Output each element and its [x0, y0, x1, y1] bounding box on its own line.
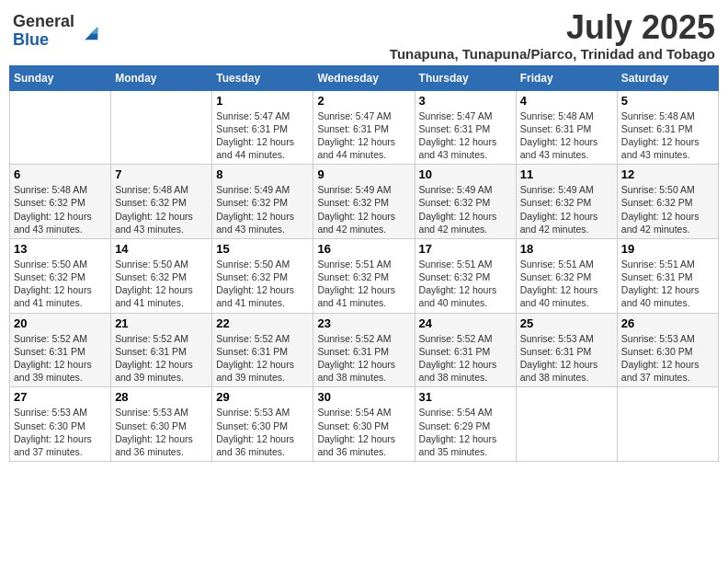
- day-info: Sunrise: 5:52 AM Sunset: 6:31 PM Dayligh…: [115, 332, 208, 385]
- calendar-cell: 14Sunrise: 5:50 AM Sunset: 6:32 PM Dayli…: [111, 238, 212, 313]
- day-number: 19: [621, 242, 714, 256]
- day-info: Sunrise: 5:49 AM Sunset: 6:32 PM Dayligh…: [216, 183, 309, 236]
- calendar-cell: 21Sunrise: 5:52 AM Sunset: 6:31 PM Dayli…: [111, 313, 212, 387]
- day-info: Sunrise: 5:51 AM Sunset: 6:32 PM Dayligh…: [317, 258, 410, 310]
- calendar-cell: [111, 90, 212, 165]
- calendar-cell: 19Sunrise: 5:51 AM Sunset: 6:31 PM Dayli…: [617, 238, 718, 313]
- calendar-cell: 26Sunrise: 5:53 AM Sunset: 6:30 PM Dayli…: [617, 313, 718, 387]
- day-number: 23: [317, 316, 410, 330]
- day-number: 16: [317, 242, 410, 256]
- calendar-cell: 24Sunrise: 5:52 AM Sunset: 6:31 PM Dayli…: [415, 313, 516, 387]
- day-number: 3: [419, 94, 512, 108]
- title-section: July 2025 Tunapuna, Tunapuna/Piarco, Tri…: [390, 9, 715, 62]
- calendar-cell: 22Sunrise: 5:52 AM Sunset: 6:31 PM Dayli…: [212, 313, 313, 387]
- day-info: Sunrise: 5:50 AM Sunset: 6:32 PM Dayligh…: [216, 258, 309, 310]
- day-number: 8: [216, 167, 309, 181]
- svg-marker-1: [90, 27, 97, 33]
- day-number: 10: [419, 167, 512, 181]
- day-header-tuesday: Tuesday: [212, 65, 313, 90]
- calendar-cell: 20Sunrise: 5:52 AM Sunset: 6:31 PM Dayli…: [10, 313, 111, 387]
- day-number: 21: [115, 316, 208, 330]
- logo-icon: [76, 18, 102, 44]
- day-number: 15: [216, 242, 309, 256]
- day-number: 27: [14, 390, 107, 404]
- header-row: SundayMondayTuesdayWednesdayThursdayFrid…: [10, 65, 719, 90]
- calendar-cell: [10, 90, 111, 165]
- calendar-cell: 25Sunrise: 5:53 AM Sunset: 6:31 PM Dayli…: [516, 313, 617, 387]
- day-info: Sunrise: 5:49 AM Sunset: 6:32 PM Dayligh…: [419, 183, 512, 236]
- day-number: 25: [520, 316, 613, 330]
- month-title: July 2025: [390, 9, 715, 46]
- day-number: 2: [317, 94, 410, 108]
- day-number: 18: [520, 242, 613, 256]
- day-header-monday: Monday: [111, 65, 212, 90]
- day-info: Sunrise: 5:52 AM Sunset: 6:31 PM Dayligh…: [317, 332, 410, 385]
- calendar-cell: 3Sunrise: 5:47 AM Sunset: 6:31 PM Daylig…: [415, 90, 516, 165]
- day-header-saturday: Saturday: [617, 65, 718, 90]
- day-info: Sunrise: 5:53 AM Sunset: 6:30 PM Dayligh…: [621, 332, 714, 385]
- calendar-cell: 16Sunrise: 5:51 AM Sunset: 6:32 PM Dayli…: [313, 238, 415, 313]
- day-number: 1: [216, 94, 309, 108]
- calendar-cell: 6Sunrise: 5:48 AM Sunset: 6:32 PM Daylig…: [10, 165, 111, 239]
- day-info: Sunrise: 5:47 AM Sunset: 6:31 PM Dayligh…: [216, 109, 309, 162]
- calendar-table: SundayMondayTuesdayWednesdayThursdayFrid…: [9, 65, 719, 462]
- logo-blue: Blue: [13, 31, 74, 50]
- day-header-wednesday: Wednesday: [313, 65, 415, 90]
- day-number: 5: [621, 94, 714, 108]
- calendar-cell: 11Sunrise: 5:49 AM Sunset: 6:32 PM Dayli…: [516, 165, 617, 239]
- week-row-4: 20Sunrise: 5:52 AM Sunset: 6:31 PM Dayli…: [10, 313, 719, 387]
- day-number: 20: [14, 316, 107, 330]
- day-info: Sunrise: 5:48 AM Sunset: 6:32 PM Dayligh…: [115, 183, 208, 236]
- calendar-cell: 12Sunrise: 5:50 AM Sunset: 6:32 PM Dayli…: [617, 165, 718, 239]
- day-number: 14: [115, 242, 208, 256]
- day-number: 9: [317, 167, 410, 181]
- calendar-cell: [617, 387, 718, 462]
- day-info: Sunrise: 5:49 AM Sunset: 6:32 PM Dayligh…: [317, 183, 410, 236]
- day-info: Sunrise: 5:53 AM Sunset: 6:31 PM Dayligh…: [520, 332, 613, 385]
- calendar-cell: 8Sunrise: 5:49 AM Sunset: 6:32 PM Daylig…: [212, 165, 313, 239]
- day-number: 7: [115, 167, 208, 181]
- day-number: 29: [216, 390, 309, 404]
- week-row-5: 27Sunrise: 5:53 AM Sunset: 6:30 PM Dayli…: [10, 387, 719, 462]
- day-number: 4: [520, 94, 613, 108]
- day-number: 6: [14, 167, 107, 181]
- day-info: Sunrise: 5:51 AM Sunset: 6:32 PM Dayligh…: [520, 258, 613, 310]
- day-number: 22: [216, 316, 309, 330]
- day-number: 17: [419, 242, 512, 256]
- calendar-cell: 18Sunrise: 5:51 AM Sunset: 6:32 PM Dayli…: [516, 238, 617, 313]
- day-number: 13: [14, 242, 107, 256]
- day-info: Sunrise: 5:53 AM Sunset: 6:30 PM Dayligh…: [216, 406, 309, 458]
- calendar-cell: 15Sunrise: 5:50 AM Sunset: 6:32 PM Dayli…: [212, 238, 313, 313]
- calendar-cell: 29Sunrise: 5:53 AM Sunset: 6:30 PM Dayli…: [212, 387, 313, 462]
- day-number: 24: [419, 316, 512, 330]
- calendar-cell: [516, 387, 617, 462]
- calendar-cell: 4Sunrise: 5:48 AM Sunset: 6:31 PM Daylig…: [516, 90, 617, 165]
- day-info: Sunrise: 5:52 AM Sunset: 6:31 PM Dayligh…: [216, 332, 309, 385]
- day-header-thursday: Thursday: [415, 65, 516, 90]
- calendar-cell: 5Sunrise: 5:48 AM Sunset: 6:31 PM Daylig…: [617, 90, 718, 165]
- calendar-cell: 17Sunrise: 5:51 AM Sunset: 6:32 PM Dayli…: [415, 238, 516, 313]
- week-row-3: 13Sunrise: 5:50 AM Sunset: 6:32 PM Dayli…: [10, 238, 719, 313]
- calendar-cell: 31Sunrise: 5:54 AM Sunset: 6:29 PM Dayli…: [415, 387, 516, 462]
- calendar-cell: 1Sunrise: 5:47 AM Sunset: 6:31 PM Daylig…: [212, 90, 313, 165]
- calendar-cell: 9Sunrise: 5:49 AM Sunset: 6:32 PM Daylig…: [313, 165, 415, 239]
- day-info: Sunrise: 5:47 AM Sunset: 6:31 PM Dayligh…: [419, 109, 512, 162]
- day-info: Sunrise: 5:50 AM Sunset: 6:32 PM Dayligh…: [621, 183, 714, 236]
- location-title: Tunapuna, Tunapuna/Piarco, Trinidad and …: [390, 46, 715, 62]
- calendar-cell: 28Sunrise: 5:53 AM Sunset: 6:30 PM Dayli…: [111, 387, 212, 462]
- logo-general: General: [13, 13, 74, 31]
- week-row-1: 1Sunrise: 5:47 AM Sunset: 6:31 PM Daylig…: [10, 90, 719, 165]
- day-number: 12: [621, 167, 714, 181]
- calendar-cell: 7Sunrise: 5:48 AM Sunset: 6:32 PM Daylig…: [111, 165, 212, 239]
- calendar-cell: 23Sunrise: 5:52 AM Sunset: 6:31 PM Dayli…: [313, 313, 415, 387]
- calendar-cell: 27Sunrise: 5:53 AM Sunset: 6:30 PM Dayli…: [10, 387, 111, 462]
- day-number: 31: [419, 390, 512, 404]
- day-info: Sunrise: 5:53 AM Sunset: 6:30 PM Dayligh…: [14, 406, 107, 458]
- day-info: Sunrise: 5:50 AM Sunset: 6:32 PM Dayligh…: [14, 258, 107, 310]
- day-info: Sunrise: 5:53 AM Sunset: 6:30 PM Dayligh…: [115, 406, 208, 458]
- calendar-cell: 30Sunrise: 5:54 AM Sunset: 6:30 PM Dayli…: [313, 387, 415, 462]
- calendar-cell: 10Sunrise: 5:49 AM Sunset: 6:32 PM Dayli…: [415, 165, 516, 239]
- day-info: Sunrise: 5:48 AM Sunset: 6:31 PM Dayligh…: [621, 109, 714, 162]
- day-info: Sunrise: 5:52 AM Sunset: 6:31 PM Dayligh…: [419, 332, 512, 385]
- week-row-2: 6Sunrise: 5:48 AM Sunset: 6:32 PM Daylig…: [10, 165, 719, 239]
